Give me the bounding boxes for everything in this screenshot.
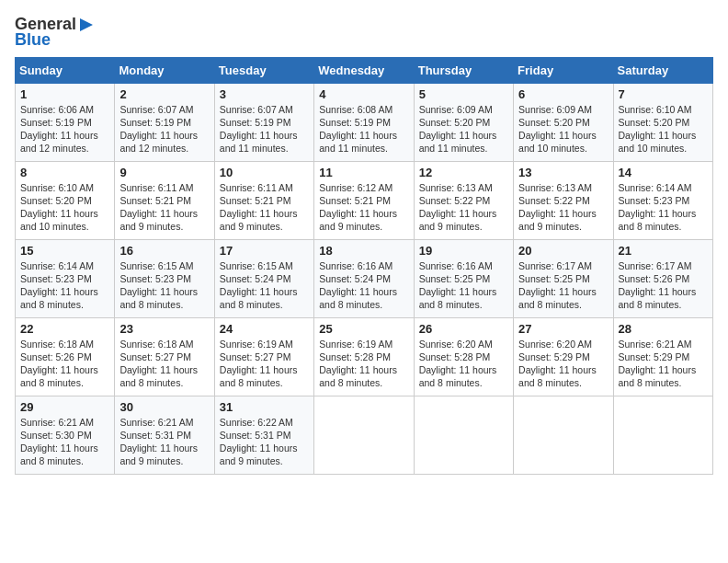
day-number: 29 [20,400,109,414]
day-number: 5 [419,87,508,101]
page-header: General Blue [15,15,713,50]
calendar-week-row: 29Sunrise: 6:21 AM Sunset: 5:30 PM Dayli… [16,396,713,474]
calendar-cell: 22Sunrise: 6:18 AM Sunset: 5:26 PM Dayli… [16,317,115,396]
day-number: 14 [619,166,708,179]
day-number: 26 [419,322,508,336]
weekday-header-wednesday: Wednesday [314,57,414,83]
calendar-cell: 18Sunrise: 6:16 AM Sunset: 5:24 PM Dayli… [314,239,414,317]
calendar-cell: 25Sunrise: 6:19 AM Sunset: 5:28 PM Dayli… [314,317,414,396]
day-number: 12 [419,166,508,179]
logo-blue: Blue [15,30,51,49]
day-number: 4 [319,87,408,101]
calendar-cell [314,396,414,474]
svg-marker-0 [80,18,93,31]
calendar-cell: 5Sunrise: 6:09 AM Sunset: 5:20 PM Daylig… [414,83,513,161]
day-info: Sunrise: 6:10 AM Sunset: 5:20 PM Dayligh… [20,181,109,234]
day-number: 25 [319,322,408,336]
day-number: 27 [518,322,608,336]
day-number: 20 [518,244,608,258]
day-number: 19 [419,244,508,258]
day-number: 13 [518,166,608,179]
day-number: 21 [619,244,708,258]
day-info: Sunrise: 6:19 AM Sunset: 5:28 PM Dayligh… [319,338,408,390]
day-number: 6 [518,87,608,101]
day-info: Sunrise: 6:09 AM Sunset: 5:20 PM Dayligh… [518,103,608,155]
calendar-cell: 17Sunrise: 6:15 AM Sunset: 5:24 PM Dayli… [214,239,313,317]
day-info: Sunrise: 6:12 AM Sunset: 5:21 PM Dayligh… [319,181,408,234]
calendar-cell: 20Sunrise: 6:17 AM Sunset: 5:25 PM Dayli… [514,239,613,317]
logo: General Blue [15,15,97,50]
calendar-cell: 29Sunrise: 6:21 AM Sunset: 5:30 PM Dayli… [16,396,115,474]
calendar-cell: 7Sunrise: 6:10 AM Sunset: 5:20 PM Daylig… [613,83,712,161]
calendar-cell [414,396,513,474]
day-number: 28 [619,322,708,336]
calendar-cell: 12Sunrise: 6:13 AM Sunset: 5:22 PM Dayli… [414,161,513,239]
day-number: 10 [220,166,309,179]
calendar-cell: 3Sunrise: 6:07 AM Sunset: 5:19 PM Daylig… [214,83,313,161]
day-info: Sunrise: 6:20 AM Sunset: 5:29 PM Dayligh… [518,338,608,390]
calendar-cell: 11Sunrise: 6:12 AM Sunset: 5:21 PM Dayli… [314,161,414,239]
day-info: Sunrise: 6:19 AM Sunset: 5:27 PM Dayligh… [220,338,309,390]
calendar-cell: 23Sunrise: 6:18 AM Sunset: 5:27 PM Dayli… [115,317,214,396]
weekday-header-tuesday: Tuesday [214,57,313,83]
calendar-cell: 19Sunrise: 6:16 AM Sunset: 5:25 PM Dayli… [414,239,513,317]
calendar-cell [613,396,712,474]
calendar-cell: 14Sunrise: 6:14 AM Sunset: 5:23 PM Dayli… [613,161,712,239]
day-number: 9 [119,166,209,179]
weekday-header-friday: Friday [514,57,613,83]
calendar-cell: 1Sunrise: 6:06 AM Sunset: 5:19 PM Daylig… [16,83,115,161]
day-info: Sunrise: 6:18 AM Sunset: 5:26 PM Dayligh… [20,338,109,390]
calendar-cell: 16Sunrise: 6:15 AM Sunset: 5:23 PM Dayli… [115,239,214,317]
calendar-cell [514,396,613,474]
calendar-cell: 13Sunrise: 6:13 AM Sunset: 5:22 PM Dayli… [514,161,613,239]
day-number: 15 [20,244,109,258]
calendar-cell: 9Sunrise: 6:11 AM Sunset: 5:21 PM Daylig… [115,161,214,239]
day-info: Sunrise: 6:17 AM Sunset: 5:26 PM Dayligh… [619,259,708,312]
calendar-table: SundayMondayTuesdayWednesdayThursdayFrid… [15,57,713,475]
day-info: Sunrise: 6:15 AM Sunset: 5:23 PM Dayligh… [119,259,209,312]
weekday-header-monday: Monday [115,57,214,83]
calendar-week-row: 15Sunrise: 6:14 AM Sunset: 5:23 PM Dayli… [16,239,713,317]
calendar-cell: 15Sunrise: 6:14 AM Sunset: 5:23 PM Dayli… [16,239,115,317]
day-info: Sunrise: 6:21 AM Sunset: 5:29 PM Dayligh… [619,338,708,390]
day-info: Sunrise: 6:16 AM Sunset: 5:24 PM Dayligh… [319,259,408,312]
calendar-week-row: 8Sunrise: 6:10 AM Sunset: 5:20 PM Daylig… [16,161,713,239]
day-info: Sunrise: 6:15 AM Sunset: 5:24 PM Dayligh… [220,259,309,312]
day-info: Sunrise: 6:14 AM Sunset: 5:23 PM Dayligh… [20,259,109,312]
calendar-cell: 24Sunrise: 6:19 AM Sunset: 5:27 PM Dayli… [214,317,313,396]
day-number: 24 [220,322,309,336]
calendar-cell: 21Sunrise: 6:17 AM Sunset: 5:26 PM Dayli… [613,239,712,317]
day-number: 2 [119,87,209,101]
day-info: Sunrise: 6:10 AM Sunset: 5:20 PM Dayligh… [619,103,708,155]
day-number: 31 [220,400,309,414]
weekday-header-sunday: Sunday [16,57,115,83]
calendar-cell: 8Sunrise: 6:10 AM Sunset: 5:20 PM Daylig… [16,161,115,239]
calendar-cell: 31Sunrise: 6:22 AM Sunset: 5:31 PM Dayli… [214,396,313,474]
day-number: 18 [319,244,408,258]
day-number: 30 [119,400,209,414]
day-number: 1 [20,87,109,101]
day-info: Sunrise: 6:16 AM Sunset: 5:25 PM Dayligh… [419,259,508,312]
calendar-cell: 27Sunrise: 6:20 AM Sunset: 5:29 PM Dayli… [514,317,613,396]
day-number: 3 [220,87,309,101]
day-info: Sunrise: 6:11 AM Sunset: 5:21 PM Dayligh… [220,181,309,234]
day-info: Sunrise: 6:21 AM Sunset: 5:31 PM Dayligh… [119,416,209,468]
day-number: 7 [619,87,708,101]
day-number: 22 [20,322,109,336]
day-info: Sunrise: 6:22 AM Sunset: 5:31 PM Dayligh… [220,416,309,468]
calendar-cell: 30Sunrise: 6:21 AM Sunset: 5:31 PM Dayli… [115,396,214,474]
day-info: Sunrise: 6:21 AM Sunset: 5:30 PM Dayligh… [20,416,109,468]
day-info: Sunrise: 6:13 AM Sunset: 5:22 PM Dayligh… [518,181,608,234]
calendar-cell: 6Sunrise: 6:09 AM Sunset: 5:20 PM Daylig… [514,83,613,161]
weekday-header-thursday: Thursday [414,57,513,83]
day-number: 11 [319,166,408,179]
day-info: Sunrise: 6:18 AM Sunset: 5:27 PM Dayligh… [119,338,209,390]
day-info: Sunrise: 6:20 AM Sunset: 5:28 PM Dayligh… [419,338,508,390]
calendar-cell: 2Sunrise: 6:07 AM Sunset: 5:19 PM Daylig… [115,83,214,161]
day-number: 16 [119,244,209,258]
day-number: 23 [119,322,209,336]
weekday-header-saturday: Saturday [613,57,712,83]
calendar-week-row: 22Sunrise: 6:18 AM Sunset: 5:26 PM Dayli… [16,317,713,396]
calendar-cell: 28Sunrise: 6:21 AM Sunset: 5:29 PM Dayli… [613,317,712,396]
day-number: 17 [220,244,309,258]
